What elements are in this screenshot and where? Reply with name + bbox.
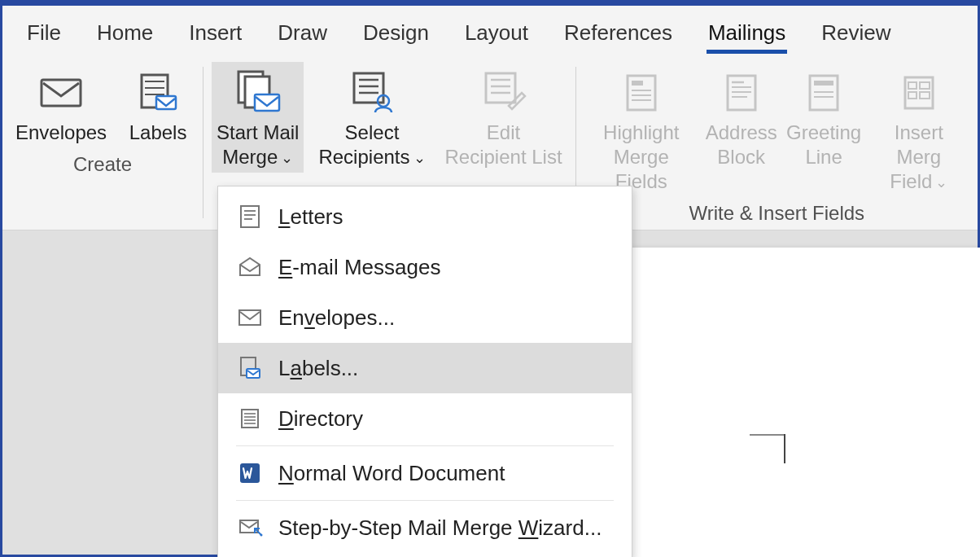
- menu-email-messages[interactable]: E-mail Messages: [218, 242, 632, 292]
- group-create: Envelopes: [2, 55, 203, 230]
- ribbon-tabs: File Home Insert Draw Design Layout Refe…: [2, 6, 978, 55]
- address-block-label: Address Block: [706, 121, 777, 169]
- edit-recipient-list-button: Edit Recipient List: [440, 62, 567, 173]
- labels-button[interactable]: Labels: [121, 62, 195, 148]
- word-doc-icon: [236, 459, 264, 487]
- tab-draw[interactable]: Draw: [278, 20, 327, 50]
- labels-label: Labels: [129, 121, 187, 145]
- chevron-down-icon: ⌄: [935, 174, 947, 191]
- insert-merge-field-label: Insert Merg Field⌄: [873, 121, 965, 194]
- labels-icon: [236, 354, 264, 382]
- menu-envelopes[interactable]: Envelopes...: [218, 292, 632, 343]
- tab-layout[interactable]: Layout: [465, 20, 528, 50]
- envelopes-label: Envelopes: [15, 121, 107, 145]
- envelopes-button[interactable]: Envelopes: [11, 62, 112, 148]
- tab-references[interactable]: References: [564, 20, 672, 50]
- group-write-insert-fields: Highlight Merge Fields Ad: [576, 55, 978, 230]
- menu-directory-label: Directory: [278, 406, 363, 432]
- word-mailings-ribbon-screenshot: File Home Insert Draw Design Layout Refe…: [0, 0, 980, 557]
- tab-design[interactable]: Design: [363, 20, 429, 50]
- menu-separator: [236, 445, 614, 446]
- select-recipients-button[interactable]: Select Recipients⌄: [313, 62, 430, 173]
- svg-rect-8: [255, 94, 279, 111]
- highlight-merge-fields-button: Highlight Merge Fields: [584, 62, 698, 197]
- select-recipients-icon: [346, 67, 398, 119]
- menu-email-label: E-mail Messages: [278, 255, 440, 280]
- menu-mail-merge-wizard[interactable]: Step-by-Step Mail Merge Wizard...: [218, 502, 632, 553]
- chevron-down-icon: ⌄: [413, 150, 426, 166]
- text-cursor-marker: [750, 411, 794, 463]
- envelope-icon: [35, 67, 87, 119]
- svg-point-51: [260, 534, 263, 537]
- tab-home[interactable]: Home: [97, 20, 153, 50]
- insert-merge-field-button: Insert Merg Field⌄: [868, 62, 969, 197]
- menu-labels-label: Labels...: [278, 356, 358, 381]
- menu-mail-merge-wizard-label: Step-by-Step Mail Merge Wizard...: [278, 515, 602, 541]
- greeting-line-button: Greeting Line: [784, 62, 863, 173]
- tab-file[interactable]: File: [27, 20, 61, 50]
- tab-review[interactable]: Review: [821, 20, 890, 50]
- email-open-icon: [236, 253, 264, 281]
- address-block-button: Address Block: [703, 62, 779, 173]
- svg-rect-36: [920, 92, 930, 99]
- svg-rect-43: [247, 369, 260, 378]
- menu-letters[interactable]: Letters: [218, 191, 632, 242]
- svg-rect-33: [908, 82, 917, 89]
- svg-rect-35: [908, 92, 917, 99]
- menu-directory[interactable]: Directory: [218, 393, 632, 444]
- svg-rect-41: [239, 310, 260, 325]
- directory-icon: [236, 405, 264, 432]
- start-mail-merge-label: Start Mail Merge⌄: [217, 121, 299, 169]
- menu-letters-label: Letters: [278, 204, 343, 230]
- svg-rect-29: [814, 81, 833, 86]
- svg-rect-34: [920, 82, 930, 89]
- svg-rect-44: [242, 410, 258, 428]
- chevron-down-icon: ⌄: [281, 150, 293, 166]
- menu-normal-word-document[interactable]: Normal Word Document: [218, 448, 632, 498]
- start-mail-merge-menu: Letters E-mail Messages Envelopes...: [217, 186, 632, 557]
- menu-normal-word-document-label: Normal Word Document: [278, 461, 505, 486]
- menu-labels[interactable]: Labels...: [218, 343, 632, 393]
- svg-rect-14: [486, 73, 515, 103]
- select-recipients-label: Select Recipients⌄: [318, 121, 425, 169]
- envelope-icon: [236, 304, 264, 331]
- svg-rect-19: [632, 81, 643, 86]
- edit-recipient-list-label: Edit Recipient List: [445, 121, 562, 169]
- start-mail-merge-icon: [232, 67, 284, 119]
- svg-rect-37: [241, 206, 259, 227]
- greeting-line-icon: [798, 67, 850, 119]
- svg-rect-0: [42, 80, 81, 106]
- highlight-merge-fields-icon: [615, 67, 667, 119]
- start-mail-merge-button[interactable]: Start Mail Merge⌄: [212, 62, 304, 173]
- menu-envelopes-label: Envelopes...: [278, 305, 395, 331]
- letters-icon: [236, 203, 264, 230]
- tab-mailings[interactable]: Mailings: [708, 20, 785, 50]
- tab-insert[interactable]: Insert: [189, 20, 242, 50]
- greeting-line-label: Greeting Line: [786, 121, 861, 169]
- highlight-merge-fields-label: Highlight Merge Fields: [589, 121, 693, 194]
- insert-merge-field-icon: [893, 67, 945, 119]
- menu-separator: [236, 500, 614, 501]
- address-block-icon: [715, 67, 768, 119]
- labels-icon: [132, 67, 184, 119]
- group-create-label: Create: [73, 153, 132, 176]
- wizard-icon: [236, 514, 264, 542]
- edit-recipient-list-icon: [478, 67, 530, 119]
- group-write-insert-fields-label: Write & Insert Fields: [584, 202, 969, 225]
